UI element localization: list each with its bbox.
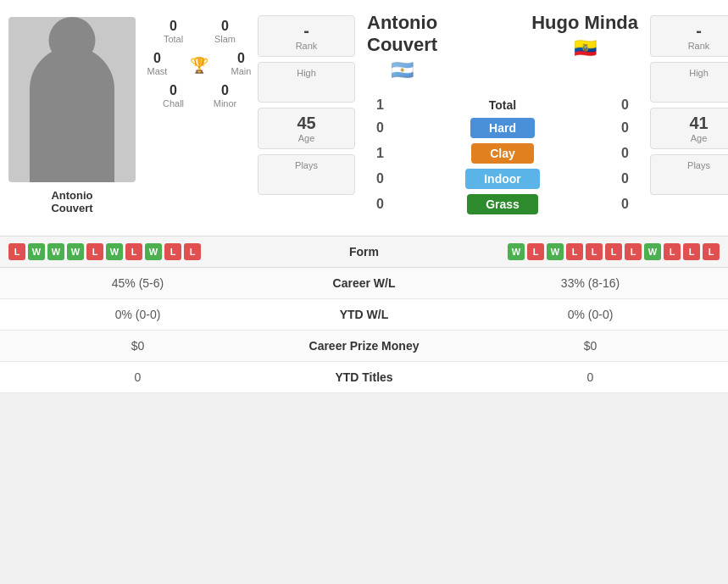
career-prize-label: Career Prize Money: [267, 339, 461, 353]
left-form-badge-w: W: [145, 243, 162, 260]
left-stat-minor: 0 Minor: [206, 83, 244, 108]
left-plays-card: Plays: [258, 154, 355, 195]
right-form-badge-l: L: [664, 243, 681, 260]
right-form-badge-l: L: [586, 243, 603, 260]
left-player-photo-area: Antonio Couvert: [0, 8, 144, 227]
right-ytd-wl: 0% (0-0): [461, 308, 720, 321]
right-age-card: 41 Age: [650, 108, 728, 149]
right-player-header: Hugo Minda 🇪🇨: [531, 12, 638, 59]
left-ytd-wl: 0% (0-0): [8, 308, 267, 321]
left-rank-card: -Rank: [258, 15, 355, 57]
right-form-badge-l: L: [605, 243, 622, 260]
hard-badge: Hard: [470, 118, 535, 138]
right-career-wl: 33% (8-16): [461, 276, 720, 290]
right-rank-card: - Rank: [650, 15, 728, 57]
left-age-card: 45Age: [258, 108, 355, 149]
left-form-badge-l: L: [184, 243, 201, 260]
left-info-cards: -RankHigh45AgePlays: [254, 8, 358, 227]
left-form-badge-w: W: [106, 243, 123, 260]
ytd-titles-row: 0 YTD Titles 0: [0, 362, 728, 393]
left-player-header: AntonioCouvert 🇦🇷: [367, 12, 437, 81]
left-flag: 🇦🇷: [367, 59, 437, 81]
right-form-badges: WLWLLLLWLLL: [461, 243, 720, 260]
ytd-wl-label: YTD W/L: [267, 308, 461, 321]
left-career-wl: 45% (5-6): [8, 276, 267, 290]
left-stat-chall: 0 Chall: [154, 83, 192, 108]
right-career-prize: $0: [461, 339, 720, 353]
right-form-badge-l: L: [703, 243, 720, 260]
left-form-badge-w: W: [67, 243, 84, 260]
right-flag: 🇪🇨: [531, 37, 638, 59]
main-container: Antonio Couvert 0 Total 0 Slam 0 Mast: [0, 0, 728, 393]
clay-badge: Clay: [471, 143, 534, 164]
left-career-prize: $0: [8, 339, 267, 353]
right-form-badge-w: W: [644, 243, 661, 260]
left-form-badges: LWWWLWLWLL: [8, 243, 267, 260]
score-row-indoor: 0 Indoor 0: [358, 169, 647, 189]
career-wl-label: Career W/L: [267, 276, 461, 290]
ytd-titles-label: YTD Titles: [267, 370, 461, 384]
left-player-name-under: Antonio Couvert: [51, 189, 92, 214]
left-trophy-icon: 🏆: [190, 56, 208, 75]
left-player-silhouette: [30, 47, 114, 182]
left-player-stats: 0 Total 0 Slam 0 Mast 🏆 0 Main: [144, 8, 254, 227]
top-section: Antonio Couvert 0 Total 0 Slam 0 Mast: [0, 0, 728, 236]
left-ytd-titles: 0: [8, 370, 267, 384]
right-ytd-titles: 0: [461, 370, 720, 384]
score-row-hard: 0 Hard 0: [358, 118, 647, 138]
left-stat-row-total-slam: 0 Total 0 Slam: [147, 19, 251, 44]
left-form-badge-l: L: [86, 243, 103, 260]
left-form-badge-w: W: [28, 243, 45, 260]
right-info-cards: - Rank High 41 Age Plays: [647, 8, 728, 227]
ytd-wl-row: 0% (0-0) YTD W/L 0% (0-0): [0, 299, 728, 331]
left-form-badge-l: L: [125, 243, 142, 260]
right-high-card: High: [650, 62, 728, 103]
career-prize-row: $0 Career Prize Money $0: [0, 331, 728, 362]
left-form-badge-l: L: [164, 243, 181, 260]
form-section: LWWWLWLWLL Form WLWLLLLWLLL: [0, 236, 728, 268]
left-stat-mast: 0 Mast: [138, 51, 176, 76]
score-section: 1 Total 0 0 Hard 0 1 Clay 0 0: [358, 95, 647, 217]
indoor-badge: Indoor: [465, 169, 540, 189]
left-player-header-name: AntonioCouvert: [367, 12, 437, 56]
left-stat-row-chall-minor: 0 Chall 0 Minor: [147, 83, 251, 108]
right-form-badge-l: L: [566, 243, 583, 260]
left-form-badge-l: L: [8, 243, 25, 260]
left-form-badge-w: W: [47, 243, 64, 260]
score-row-clay: 1 Clay 0: [358, 143, 647, 164]
right-player-header-name: Hugo Minda: [531, 12, 638, 34]
right-plays-card: Plays: [650, 154, 728, 195]
left-player-photo: [8, 17, 136, 182]
left-stat-row-mast-main: 0 Mast 🏆 0 Main: [147, 51, 251, 76]
center-section: AntonioCouvert 🇦🇷 Hugo Minda 🇪🇨 1 Total …: [358, 8, 647, 227]
right-form-badge-l: L: [683, 243, 700, 260]
right-form-badge-w: W: [508, 243, 525, 260]
score-row-grass: 0 Grass 0: [358, 194, 647, 214]
score-row-total: 1 Total 0: [358, 97, 647, 113]
right-form-badge-w: W: [547, 243, 564, 260]
left-stat-total: 0 Total: [154, 19, 192, 44]
left-high-card: High: [258, 62, 355, 103]
right-form-badge-l: L: [625, 243, 642, 260]
left-stat-slam: 0 Slam: [206, 19, 244, 44]
form-label: Form: [267, 245, 461, 259]
right-form-badge-l: L: [527, 243, 544, 260]
career-wl-row: 45% (5-6) Career W/L 33% (8-16): [0, 268, 728, 299]
grass-badge: Grass: [467, 194, 538, 214]
